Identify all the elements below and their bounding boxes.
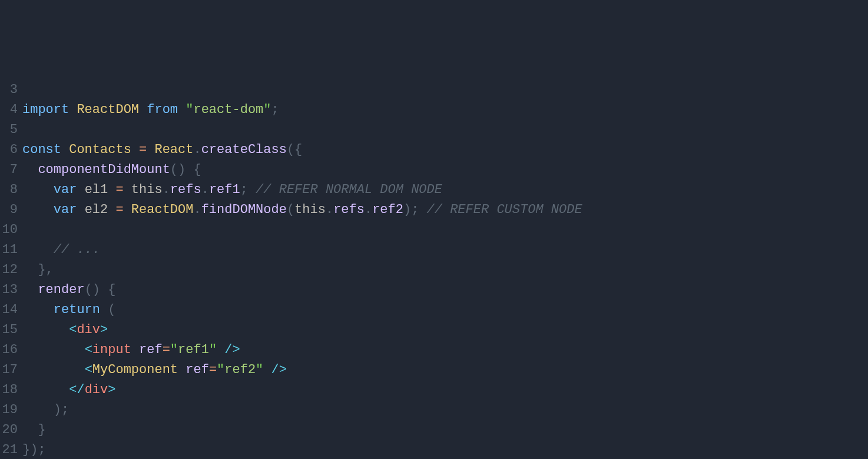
code-token: <	[69, 322, 77, 337]
code-token: MyComponent	[92, 362, 178, 377]
code-token: div	[85, 382, 108, 397]
code-token: .	[201, 182, 209, 197]
code-line[interactable]: );	[22, 400, 868, 420]
code-token: ({	[287, 142, 302, 157]
gutter-line-number: 19	[0, 400, 18, 420]
code-token: div	[77, 322, 100, 337]
code-line[interactable]: var el1 = this.refs.ref1; // REFER NORMA…	[22, 180, 868, 200]
code-token	[139, 102, 147, 117]
code-token: from	[147, 102, 178, 117]
code-token	[185, 162, 193, 177]
code-line[interactable]: import ReactDOM from "react-dom";	[22, 100, 868, 120]
code-line[interactable]	[22, 120, 868, 140]
code-line[interactable]: // ...	[22, 240, 868, 260]
code-token	[124, 182, 131, 197]
code-token: const	[22, 142, 61, 157]
code-token	[22, 322, 69, 337]
code-token: ref2	[372, 202, 403, 217]
code-token: >	[108, 382, 115, 397]
code-token: input	[92, 342, 131, 357]
code-line[interactable]: <MyComponent ref="ref2" />	[22, 360, 868, 380]
code-line[interactable]: <div>	[22, 320, 868, 340]
code-token	[100, 282, 108, 297]
code-editor[interactable]: 3456789101112131415161718192021222324 im…	[0, 80, 868, 459]
code-token: Contacts	[69, 142, 131, 157]
code-token: "	[209, 342, 217, 357]
gutter-line-number: 8	[0, 180, 18, 200]
code-token	[22, 202, 54, 217]
code-line[interactable]: </div>	[22, 380, 868, 400]
code-token: var	[54, 202, 77, 217]
gutter: 3456789101112131415161718192021222324	[0, 80, 22, 459]
code-token: ref1	[209, 182, 240, 197]
code-token: });	[22, 443, 46, 457]
code-token: "	[185, 102, 193, 117]
code-token: "	[170, 342, 178, 357]
code-token	[22, 242, 54, 257]
code-line[interactable]: componentDidMount() {	[22, 160, 868, 180]
code-token: // REFER CUSTOM NODE	[427, 202, 582, 217]
gutter-line-number: 5	[0, 120, 18, 140]
code-token	[22, 302, 54, 317]
code-token: findDOMNode	[201, 202, 287, 217]
code-token	[22, 403, 54, 417]
code-line[interactable]	[22, 220, 868, 240]
gutter-line-number: 12	[0, 260, 18, 280]
code-token: ReactDOM	[77, 102, 139, 117]
code-line[interactable]: });	[22, 440, 868, 459]
code-token	[108, 182, 115, 197]
code-token	[77, 202, 84, 217]
code-line[interactable]: var el2 = ReactDOM.findDOMNode(this.refs…	[22, 200, 868, 220]
code-token: render	[38, 282, 84, 297]
code-token: {	[108, 282, 115, 297]
code-token	[22, 182, 54, 197]
code-token	[131, 142, 139, 157]
code-line[interactable]: const Contacts = React.createClass({	[22, 140, 868, 160]
code-token	[124, 202, 131, 217]
code-token: ;	[271, 102, 279, 117]
code-token: );	[403, 202, 419, 217]
code-token	[100, 302, 108, 317]
code-token	[419, 202, 426, 217]
code-token	[248, 182, 256, 197]
code-token: import	[22, 102, 69, 117]
code-token: {	[193, 162, 201, 177]
code-token: el2	[85, 202, 108, 217]
code-token: this	[131, 182, 163, 197]
code-token: >	[100, 322, 108, 337]
code-token	[22, 282, 38, 297]
code-token: ref	[139, 342, 163, 357]
code-line[interactable]: }	[22, 420, 868, 440]
gutter-line-number: 6	[0, 140, 18, 160]
code-line[interactable]: return (	[22, 300, 868, 320]
code-token: ref1	[178, 342, 209, 357]
code-area[interactable]: import ReactDOM from "react-dom";const C…	[22, 80, 868, 459]
code-token: .	[365, 202, 372, 217]
gutter-line-number: 17	[0, 360, 18, 380]
code-token	[22, 382, 69, 397]
code-token: =	[139, 142, 147, 157]
code-line[interactable]	[22, 80, 868, 100]
code-token	[178, 102, 185, 117]
code-line[interactable]: },	[22, 260, 868, 280]
code-token: refs	[333, 202, 365, 217]
code-line[interactable]: <input ref="ref1" />	[22, 340, 868, 360]
code-token: />	[271, 362, 287, 377]
gutter-line-number: 10	[0, 220, 18, 240]
code-token: ;	[240, 182, 248, 197]
code-token: .	[326, 202, 333, 217]
code-token: ()	[170, 162, 185, 177]
code-token: var	[54, 182, 77, 197]
code-token: // ...	[54, 242, 100, 257]
code-token	[108, 202, 115, 217]
code-token: <	[85, 362, 92, 377]
gutter-line-number: 7	[0, 160, 18, 180]
code-token: // REFER NORMAL DOM NODE	[256, 182, 442, 197]
code-line[interactable]: render() {	[22, 280, 868, 300]
code-token: "	[263, 102, 271, 117]
code-token	[178, 362, 185, 377]
code-token: (	[287, 202, 294, 217]
gutter-line-number: 20	[0, 420, 18, 440]
code-token: />	[224, 342, 240, 357]
code-token	[69, 102, 77, 117]
